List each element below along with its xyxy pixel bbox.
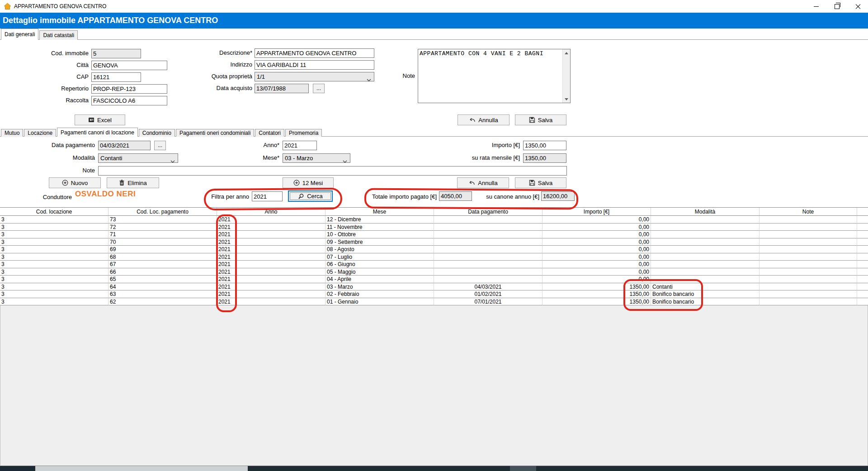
table-cell[interactable]: 1350,00 [542, 283, 651, 291]
table-cell[interactable]: 71 [108, 231, 217, 238]
table-cell[interactable] [434, 224, 542, 231]
totale-pagato-field[interactable] [439, 191, 472, 201]
table-cell[interactable] [857, 238, 868, 246]
table-cell[interactable] [651, 238, 760, 246]
scroll-up-button[interactable] [563, 49, 570, 57]
table-row[interactable]: 364202103 - Marzo04/03/20211350,00Contan… [0, 283, 868, 291]
table-cell[interactable] [651, 216, 760, 224]
data-pagamento-browse-button[interactable]: ... [154, 141, 166, 150]
table-row[interactable]: 373202112 - Dicembre0,00 [0, 216, 868, 224]
table-cell[interactable]: 3 [0, 246, 108, 253]
table-cell[interactable]: 0,00 [542, 216, 651, 224]
table-cell[interactable]: 0,00 [542, 276, 651, 283]
table-cell[interactable]: 05 - Maggio [326, 268, 434, 276]
table-cell[interactable]: 3 [0, 231, 108, 238]
table-cell[interactable] [857, 283, 868, 291]
mese-select[interactable]: 03 - Marzo [283, 153, 350, 163]
table-cell[interactable] [857, 216, 868, 224]
table-cell[interactable] [760, 268, 857, 276]
table-cell[interactable]: 3 [0, 276, 108, 283]
table-cell[interactable]: 2021 [217, 268, 326, 276]
table-cell[interactable]: 0,00 [542, 231, 651, 238]
table-cell[interactable]: 65 [108, 276, 217, 283]
table-cell[interactable]: 2021 [217, 290, 326, 298]
table-cell[interactable]: 04 - Aprile [326, 276, 434, 283]
table-cell[interactable]: 0,00 [542, 253, 651, 261]
table-row[interactable]: 365202104 - Aprile0,00 [0, 276, 868, 283]
table-cell[interactable]: 62 [108, 298, 217, 306]
descrizione-field[interactable] [255, 48, 374, 58]
table-cell[interactable] [651, 224, 760, 231]
table-cell[interactable] [760, 276, 857, 283]
table-cell[interactable] [760, 231, 857, 238]
table-row[interactable]: 369202108 - Agosto0,00 [0, 246, 868, 253]
salva-button-general[interactable]: Salva [515, 114, 566, 125]
table-cell[interactable]: 1350,00 [542, 290, 651, 298]
table-cell[interactable] [857, 276, 868, 283]
table-cell[interactable]: 3 [0, 216, 108, 224]
table-cell[interactable]: Bonifico bancario [651, 298, 760, 306]
anno-field[interactable] [283, 141, 317, 150]
note-textarea[interactable]: APPARTAMENTO CON 4 VANI E 2 BAGNI [418, 49, 571, 103]
column-header[interactable] [857, 208, 868, 215]
table-cell[interactable]: 2021 [217, 238, 326, 246]
table-cell[interactable]: 3 [0, 253, 108, 261]
column-header[interactable]: Importo [€] [542, 208, 651, 215]
table-cell[interactable]: 2021 [217, 231, 326, 238]
table-cell[interactable]: 3 [0, 224, 108, 231]
table-cell[interactable] [434, 231, 542, 238]
table-cell[interactable] [760, 261, 857, 268]
table-cell[interactable]: 06 - Giugno [326, 261, 434, 268]
table-row[interactable]: 363202102 - Febbraio01/02/20211350,00Bon… [0, 290, 868, 298]
payment-note-field[interactable] [98, 166, 567, 176]
table-cell[interactable] [760, 283, 857, 291]
table-cell[interactable]: 0,00 [542, 268, 651, 276]
table-cell[interactable] [857, 246, 868, 253]
salva-button-payment[interactable]: Salva [515, 177, 566, 188]
tab-dati-catastali[interactable]: Dati catastali [39, 30, 78, 40]
annulla-button-payment[interactable]: Annulla [457, 177, 509, 188]
table-cell[interactable] [434, 268, 542, 276]
table-cell[interactable] [857, 290, 868, 298]
table-cell[interactable] [434, 253, 542, 261]
table-cell[interactable] [651, 246, 760, 253]
table-cell[interactable] [760, 290, 857, 298]
table-cell[interactable] [857, 268, 868, 276]
table-cell[interactable]: 0,00 [542, 224, 651, 231]
table-cell[interactable]: Bonifico bancario [651, 290, 760, 298]
column-header[interactable]: Note [760, 208, 857, 215]
table-cell[interactable]: 66 [108, 268, 217, 276]
table-cell[interactable] [434, 246, 542, 253]
table-cell[interactable]: 03 - Marzo [326, 283, 434, 291]
table-cell[interactable]: 3 [0, 238, 108, 246]
tab-mutuo[interactable]: Mutuo [1, 129, 23, 137]
modalita-select[interactable]: Contanti [98, 153, 178, 163]
tab-condominio[interactable]: Condominio [139, 129, 175, 137]
table-cell[interactable] [760, 238, 857, 246]
table-row[interactable]: 366202105 - Maggio0,00 [0, 268, 868, 276]
table-row[interactable]: 372202111 - Novembre0,00 [0, 224, 868, 231]
data-acquisto-browse-button[interactable]: ... [313, 84, 325, 93]
table-row[interactable]: 362202101 - Gennaio07/01/20211350,00Boni… [0, 298, 868, 306]
annulla-button-general[interactable]: Annulla [458, 114, 509, 125]
repertorio-field[interactable] [91, 84, 167, 94]
table-row[interactable]: 368202107 - Luglio0,00 [0, 253, 868, 261]
table-cell[interactable]: 04/03/2021 [434, 283, 542, 291]
data-acquisto-field[interactable] [255, 84, 309, 93]
table-cell[interactable]: 3 [0, 298, 108, 306]
table-cell[interactable]: 2021 [217, 261, 326, 268]
table-cell[interactable]: Contanti [651, 283, 760, 291]
canone-annuo-field[interactable] [541, 191, 575, 201]
table-cell[interactable] [434, 276, 542, 283]
note-scrollbar[interactable] [562, 49, 570, 103]
table-cell[interactable] [760, 224, 857, 231]
table-cell[interactable]: 69 [108, 246, 217, 253]
table-cell[interactable] [434, 261, 542, 268]
excel-button[interactable]: Excel [75, 114, 125, 125]
column-header[interactable]: Anno [217, 208, 326, 215]
table-cell[interactable] [434, 216, 542, 224]
table-cell[interactable] [857, 253, 868, 261]
dodici-mesi-button[interactable]: 12 Mesi [283, 177, 334, 188]
scroll-down-button[interactable] [563, 95, 570, 103]
table-cell[interactable]: 72 [108, 224, 217, 231]
